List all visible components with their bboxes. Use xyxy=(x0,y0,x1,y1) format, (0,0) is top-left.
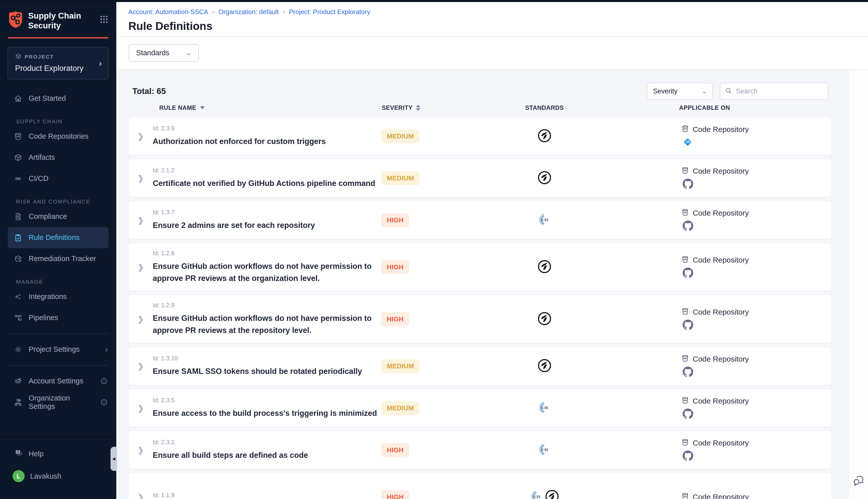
sidebar-collapse-handle[interactable]: ◀ xyxy=(111,447,117,471)
rule-id: Id: 2.1.2 xyxy=(153,167,379,174)
chat-support-icon[interactable] xyxy=(852,474,865,488)
sidebar-item-remediation-tracker[interactable]: Remediation Tracker xyxy=(0,248,116,269)
standards-filter-dropdown[interactable]: Standards ⌄ xyxy=(128,44,199,62)
row-expand-chevron[interactable]: ❯ xyxy=(128,216,153,224)
remediation-tracker-icon xyxy=(14,255,23,263)
applicable-on-label: Code Repository xyxy=(693,256,749,264)
row-expand-chevron[interactable]: ❯ xyxy=(128,493,153,499)
code-repository-icon xyxy=(681,354,689,364)
column-header-severity[interactable]: SEVERITY xyxy=(379,104,474,111)
breadcrumb-project-link[interactable]: Project: Product Exploratory xyxy=(289,8,370,16)
search-input[interactable] xyxy=(736,87,823,95)
code-repository-icon xyxy=(681,438,689,448)
section-risk-and-compliance: RISK AND COMPLIANCE xyxy=(0,199,116,205)
applicable-on-label: Code Repository xyxy=(693,125,749,134)
compliance-icon xyxy=(14,212,23,221)
right-gutter-panel xyxy=(848,70,868,499)
github-icon xyxy=(683,409,831,420)
sidebar-item-label: Integrations xyxy=(29,292,67,301)
table-row[interactable]: ❯ Id: 2.1.2Certificate not verified by G… xyxy=(128,159,831,197)
info-icon[interactable] xyxy=(100,399,108,406)
project-name: Product Exploratory xyxy=(15,64,102,73)
sidebar: Supply Chain Security PROJECT Product Ex… xyxy=(0,0,116,499)
breadcrumb-separator: › xyxy=(283,8,285,16)
cis-standard-icon: CIS xyxy=(538,213,551,227)
search-box[interactable] xyxy=(720,83,828,100)
row-expand-chevron[interactable]: ❯ xyxy=(128,315,153,324)
sidebar-item-integrations[interactable]: Integrations xyxy=(0,286,116,307)
rule-id: Id: 2.3.1 xyxy=(153,439,379,446)
module-grid-icon[interactable] xyxy=(99,15,109,25)
user-menu[interactable]: L Lavakush xyxy=(0,470,116,482)
help-button[interactable]: ? Help xyxy=(0,448,116,460)
owasp-standard-icon xyxy=(537,259,551,275)
row-expand-chevron[interactable]: ❯ xyxy=(128,132,153,141)
table-row[interactable]: ❯ Id: 1.2.8Ensure GitHub action workflow… xyxy=(128,243,831,291)
severity-badge: HIGH xyxy=(381,213,409,227)
section-supply-chain: SUPPLY CHAIN xyxy=(0,119,116,125)
layers-gear-icon xyxy=(14,377,23,386)
sidebar-item-label: Project Settings xyxy=(29,345,79,354)
page-header: Account: Automation-SSCA › Organization:… xyxy=(116,2,868,37)
sidebar-item-account-settings[interactable]: Account Settings xyxy=(0,370,116,392)
sidebar-item-cicd[interactable]: CI/CD xyxy=(0,168,116,189)
severity-badge: HIGH xyxy=(381,260,409,274)
sidebar-item-pipelines[interactable]: Pipelines xyxy=(0,307,116,328)
severity-badge: MEDIUM xyxy=(381,130,419,143)
column-header-rule-name[interactable]: RULE NAME xyxy=(153,104,379,111)
breadcrumb-separator: › xyxy=(212,8,214,16)
column-header-standards: STANDARDS xyxy=(474,104,615,111)
sidebar-item-rule-definitions[interactable]: Rule Definitions xyxy=(8,227,109,248)
rule-name: Ensure SAML SSO tokens should be rotated… xyxy=(153,365,379,377)
table-row[interactable]: ❯ Id: 2.3.5Ensure access to the build pr… xyxy=(128,389,831,427)
applicable-on-label: Code Repository xyxy=(693,439,749,447)
rule-id: Id: 1.2.9 xyxy=(153,302,379,309)
severity-badge: MEDIUM xyxy=(381,171,419,185)
row-expand-chevron[interactable]: ❯ xyxy=(128,404,153,413)
sidebar-item-label: CI/CD xyxy=(29,174,49,183)
github-icon xyxy=(683,367,831,378)
applicable-on-label: Code Repository xyxy=(693,355,749,363)
severity-badge: HIGH xyxy=(381,490,409,499)
breadcrumb-account-link[interactable]: Account: Automation-SSCA xyxy=(128,8,208,16)
row-expand-chevron[interactable]: ❯ xyxy=(128,263,153,272)
rules-table: ❯ Id: 2.3.9Authorization not enforced fo… xyxy=(116,117,868,499)
user-name: Lavakush xyxy=(30,472,61,480)
sidebar-item-project-settings[interactable]: Project Settings › xyxy=(0,339,116,360)
owasp-standard-icon xyxy=(537,171,551,186)
sidebar-item-label: Pipelines xyxy=(29,314,58,322)
table-row[interactable]: ❯ Id: 2.3.9Authorization not enforced fo… xyxy=(128,117,831,155)
cis-standard-icon: CIS xyxy=(530,490,544,499)
breadcrumb-organization-link[interactable]: Organization: default xyxy=(219,8,279,16)
sidebar-item-artifacts[interactable]: Artifacts xyxy=(0,147,116,168)
applicable-on-label: Code Repository xyxy=(693,167,749,175)
row-expand-chevron[interactable]: ❯ xyxy=(128,362,153,370)
sidebar-item-compliance[interactable]: Compliance xyxy=(0,206,116,227)
table-row[interactable]: ❯ Id: 2.3.1Ensure all build steps are de… xyxy=(128,431,831,469)
main-area: Account: Automation-SSCA › Organization:… xyxy=(116,2,868,499)
sidebar-item-organization-settings[interactable]: Organization Settings xyxy=(0,392,116,413)
table-row[interactable]: ❯ Id: 1.1.9 HIGH CIS Code Repository xyxy=(128,473,831,499)
window-top-strip xyxy=(0,0,868,2)
sidebar-item-label: Compliance xyxy=(29,212,67,221)
avatar: L xyxy=(13,470,25,482)
github-icon xyxy=(683,221,831,232)
accent-underline xyxy=(8,37,108,38)
table-row[interactable]: ❯ Id: 1.2.9Ensure GitHub action workflow… xyxy=(128,295,831,343)
sidebar-item-get-started[interactable]: Get Started xyxy=(0,88,116,109)
table-row[interactable]: ❯ Id: 1.3.7Ensure 2 admins are set for e… xyxy=(128,201,831,239)
row-expand-chevron[interactable]: ❯ xyxy=(128,446,153,454)
chevron-right-icon: › xyxy=(105,345,108,354)
sort-both-icon xyxy=(416,105,420,111)
code-repository-icon xyxy=(681,166,689,176)
severity-filter-dropdown[interactable]: Severity ⌄ xyxy=(647,83,713,100)
sidebar-item-code-repositories[interactable]: Code Repositories xyxy=(0,126,116,147)
info-icon[interactable] xyxy=(100,377,108,385)
table-row[interactable]: ❯ Id: 1.3.10Ensure SAML SSO tokens shoul… xyxy=(128,347,831,385)
project-selector[interactable]: PROJECT Product Exploratory › xyxy=(8,47,109,80)
content-area: Total: 65 Severity ⌄ RULE NAME SEVERITY … xyxy=(116,70,868,499)
row-expand-chevron[interactable]: ❯ xyxy=(128,174,153,183)
page-title: Rule Definitions xyxy=(128,20,868,33)
help-chat-icon: ? xyxy=(14,448,24,460)
table-toolbar: Total: 65 Severity ⌄ xyxy=(116,70,868,100)
